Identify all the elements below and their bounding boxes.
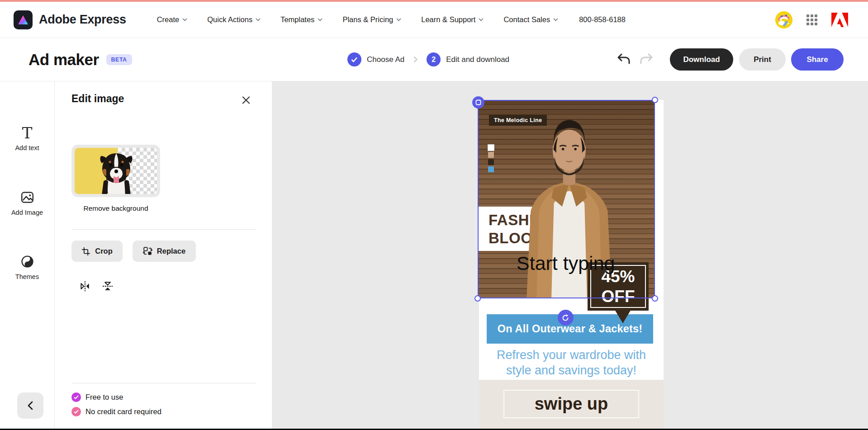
adobe-express-home-link[interactable]: Adobe Express bbox=[14, 10, 126, 29]
check-icon bbox=[71, 392, 81, 402]
crop-icon bbox=[81, 247, 90, 256]
replace-icon bbox=[143, 246, 152, 256]
nav-item-plans-pricing[interactable]: Plans & Pricing bbox=[342, 15, 401, 24]
nav-right-cluster bbox=[775, 11, 848, 28]
nav-item-learn-support[interactable]: Learn & Support bbox=[421, 15, 484, 24]
ad-headline[interactable]: FASHION BLOOM bbox=[478, 207, 589, 251]
add-text-button[interactable]: T Add text bbox=[0, 126, 54, 152]
edit-image-panel: Edit image bbox=[55, 81, 272, 430]
tool-header: Ad maker BETA Choose Ad 2 Edit and downl… bbox=[0, 38, 868, 81]
divider bbox=[71, 229, 256, 230]
image-icon bbox=[20, 190, 34, 204]
text-tool-icon: T bbox=[22, 126, 33, 140]
step-2-number: 2 bbox=[427, 52, 441, 66]
step-1-label[interactable]: Choose Ad bbox=[367, 55, 404, 64]
resize-handle-top-right[interactable] bbox=[652, 97, 658, 103]
chevron-down-icon bbox=[553, 18, 558, 21]
nav-item-contact-sales[interactable]: Contact Sales bbox=[503, 15, 558, 24]
download-button[interactable]: Download bbox=[670, 48, 733, 71]
close-icon bbox=[242, 96, 250, 104]
flip-horizontal-icon bbox=[79, 280, 91, 292]
page-title: Ad maker bbox=[28, 51, 99, 69]
close-panel-button[interactable] bbox=[239, 93, 253, 107]
share-button[interactable]: Share bbox=[791, 48, 844, 71]
redo-button[interactable] bbox=[637, 50, 656, 69]
primary-nav: Create Quick Actions Templates Plans & P… bbox=[157, 15, 559, 24]
panel-title: Edit image bbox=[71, 93, 124, 105]
selected-image-badge[interactable] bbox=[472, 96, 484, 109]
rotate-icon bbox=[562, 314, 569, 321]
discount-badge-pointer bbox=[615, 310, 631, 323]
dog-photo bbox=[93, 150, 140, 194]
phone-number[interactable]: 800-858-6188 bbox=[579, 15, 626, 24]
chevron-right-icon bbox=[413, 56, 417, 63]
beta-badge: BETA bbox=[106, 54, 132, 65]
app-window: Adobe Express Create Quick Actions Templ… bbox=[0, 0, 868, 430]
flip-vertical-button[interactable] bbox=[99, 277, 117, 295]
themes-button[interactable]: Themes bbox=[0, 254, 54, 281]
color-swatch-1[interactable] bbox=[488, 145, 494, 151]
user-avatar[interactable] bbox=[775, 11, 792, 28]
remove-background-card[interactable] bbox=[71, 145, 160, 197]
nav-item-templates[interactable]: Templates bbox=[280, 15, 323, 24]
resize-handle-bottom-right[interactable] bbox=[652, 295, 658, 302]
chevron-left-icon bbox=[28, 401, 33, 410]
color-swatch-4[interactable] bbox=[488, 166, 494, 172]
add-image-button[interactable]: Add Image bbox=[0, 190, 54, 217]
resize-handle-bottom-left[interactable] bbox=[474, 295, 481, 302]
themes-icon bbox=[20, 255, 34, 269]
benefit-no-credit-card: No credit card required bbox=[71, 407, 161, 416]
chevron-down-icon bbox=[182, 18, 187, 21]
chevron-down-icon bbox=[256, 18, 261, 21]
design-canvas[interactable]: The Melodic Line FASHION BLOOM Start typ… bbox=[272, 81, 868, 430]
step-1-check-icon bbox=[347, 52, 361, 66]
collapse-panel-button[interactable] bbox=[17, 392, 43, 419]
crop-button[interactable]: Crop bbox=[71, 241, 123, 262]
print-button[interactable]: Print bbox=[739, 48, 786, 71]
flip-vertical-icon bbox=[102, 280, 114, 292]
adobe-express-logo-icon bbox=[14, 10, 33, 29]
replace-button[interactable]: Replace bbox=[133, 241, 196, 262]
remove-background-label: Remove background bbox=[71, 204, 160, 213]
nav-item-quick-actions[interactable]: Quick Actions bbox=[207, 15, 261, 24]
undo-button[interactable] bbox=[614, 50, 633, 69]
step-2-label[interactable]: Edit and download bbox=[446, 55, 509, 64]
nav-item-create[interactable]: Create bbox=[157, 15, 188, 24]
top-navigation: Adobe Express Create Quick Actions Templ… bbox=[0, 2, 868, 38]
flip-horizontal-button[interactable] bbox=[76, 277, 94, 295]
stepper: Choose Ad 2 Edit and download bbox=[347, 38, 509, 81]
main-area: T Add text Add Image Themes bbox=[0, 81, 868, 430]
benefit-free-to-use: Free to use bbox=[71, 392, 123, 402]
chevron-down-icon bbox=[396, 18, 401, 21]
color-swatch-2[interactable] bbox=[488, 152, 494, 158]
chevron-down-icon bbox=[318, 18, 323, 21]
ad-cta-button[interactable]: swipe up bbox=[503, 390, 639, 418]
text-placeholder[interactable]: Start typing bbox=[517, 252, 615, 274]
rotate-handle[interactable] bbox=[558, 310, 574, 326]
ad-brand-tag[interactable]: The Melodic Line bbox=[489, 115, 547, 126]
color-swatch-3[interactable] bbox=[488, 159, 494, 165]
apps-grid-icon[interactable] bbox=[805, 13, 819, 27]
chevron-down-icon bbox=[479, 18, 484, 21]
adobe-logo-icon[interactable] bbox=[831, 13, 848, 27]
check-icon bbox=[71, 407, 81, 416]
left-toolbar: T Add text Add Image Themes bbox=[0, 81, 55, 430]
ad-tagline[interactable]: Refresh your wardrobe with style and sav… bbox=[479, 347, 664, 378]
brand-title: Adobe Express bbox=[39, 13, 126, 27]
divider bbox=[71, 383, 256, 383]
